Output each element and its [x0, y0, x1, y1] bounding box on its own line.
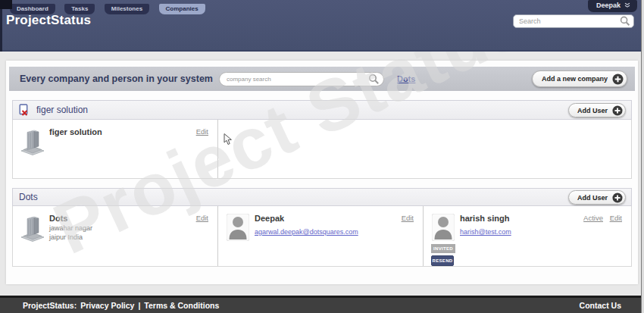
global-search-input[interactable] — [519, 17, 620, 25]
add-company-button[interactable]: Add a new company — [532, 70, 627, 87]
edit-link[interactable]: Edit — [196, 214, 208, 222]
company-name: figer solution — [49, 127, 102, 137]
add-user-button-figer[interactable]: Add User — [568, 103, 626, 117]
contact-us-link[interactable]: Contact Us — [580, 301, 621, 310]
app-header: Dashboard Tasks Milestones Companies Dee… — [0, 0, 644, 52]
company-address-line2: jaipur India — [49, 233, 92, 242]
user-menu-button[interactable]: Deepak — [588, 0, 637, 12]
building-icon — [19, 214, 46, 243]
terms-conditions-link[interactable]: Terms & Conditions — [144, 301, 219, 310]
active-link[interactable]: Active — [583, 214, 603, 222]
resend-invite-button[interactable]: RESEND — [431, 255, 454, 266]
add-user-button-dots[interactable]: Add User — [568, 190, 626, 205]
card-action-links: Active Edit — [579, 214, 622, 222]
main-panel: Every company and person in your system … — [6, 61, 638, 284]
footer-brand: ProjectStatus: — [23, 301, 77, 310]
company-card-figer-solution: figer solution Edit — [13, 120, 218, 178]
double-chevron-down-icon — [624, 2, 630, 8]
person-name: harish singh — [460, 214, 511, 224]
window-corner — [0, 0, 12, 9]
empty-cell — [218, 120, 631, 178]
company-card-dots: Dots jawahar nagar jaipur India Edit — [13, 206, 218, 266]
person-card-deepak: Deepak agarwal.deepak@dotsquares.com Edi… — [218, 206, 424, 266]
page-title: ProjectStatus — [6, 13, 91, 28]
tab-companies[interactable]: Companies — [159, 4, 205, 14]
section-body-figer-solution: figer solution Edit — [12, 120, 632, 179]
person-avatar-icon — [430, 214, 457, 241]
add-user-label: Add User — [577, 194, 608, 202]
plus-circle-icon — [612, 192, 623, 203]
section-body-dots: Dots jawahar nagar jaipur India Edit — [12, 206, 632, 267]
user-menu-label: Deepak — [596, 2, 621, 9]
plus-circle-icon — [612, 74, 624, 85]
edit-link[interactable]: Edit — [402, 214, 414, 222]
person-card-harish-singh: INVITED RESEND harish singh harish@test.… — [424, 206, 631, 266]
company-address-line1: jawahar nagar — [49, 224, 92, 233]
plus-circle-icon — [612, 105, 623, 116]
building-icon — [19, 127, 46, 156]
person-email-link[interactable]: agarwal.deepak@dotsquares.com — [255, 227, 358, 237]
company-name: Dots — [49, 214, 92, 224]
company-jump-link-dots[interactable]: Dots — [397, 74, 415, 83]
window-right-edge — [641, 0, 644, 313]
footer-separator: | — [138, 301, 140, 310]
section-title: Dots — [19, 192, 38, 202]
global-search-box — [513, 14, 634, 28]
person-avatar-icon — [224, 214, 252, 241]
section-header-figer-solution: figer solution Add User — [12, 100, 632, 120]
edit-link[interactable]: Edit — [610, 214, 622, 222]
search-icon[interactable] — [620, 16, 630, 27]
company-search-input[interactable] — [227, 76, 368, 83]
company-toolbar: Every company and person in your system … — [9, 67, 635, 91]
company-search-box — [219, 72, 384, 86]
projectstatus-app: Dashboard Tasks Milestones Companies Dee… — [0, 0, 644, 313]
footer-links: ProjectStatus: Privacy Policy | Terms & … — [23, 301, 219, 310]
add-company-label: Add a new company — [542, 75, 608, 83]
app-footer: ProjectStatus: Privacy Policy | Terms & … — [0, 296, 644, 313]
delete-company-icon[interactable] — [19, 104, 30, 116]
tab-milestones[interactable]: Milestones — [105, 4, 149, 14]
section-header-dots: Dots Add User — [12, 188, 632, 206]
person-email-link[interactable]: harish@test.com — [460, 227, 511, 237]
section-title: figer solution — [36, 105, 88, 115]
person-name: Deepak — [255, 214, 358, 224]
edit-link[interactable]: Edit — [196, 127, 208, 136]
search-icon[interactable] — [368, 74, 380, 85]
add-user-label: Add User — [577, 107, 608, 114]
invited-status-badge: INVITED — [431, 244, 455, 253]
privacy-policy-link[interactable]: Privacy Policy — [80, 301, 134, 310]
toolbar-heading: Every company and person in your system — [20, 74, 213, 84]
